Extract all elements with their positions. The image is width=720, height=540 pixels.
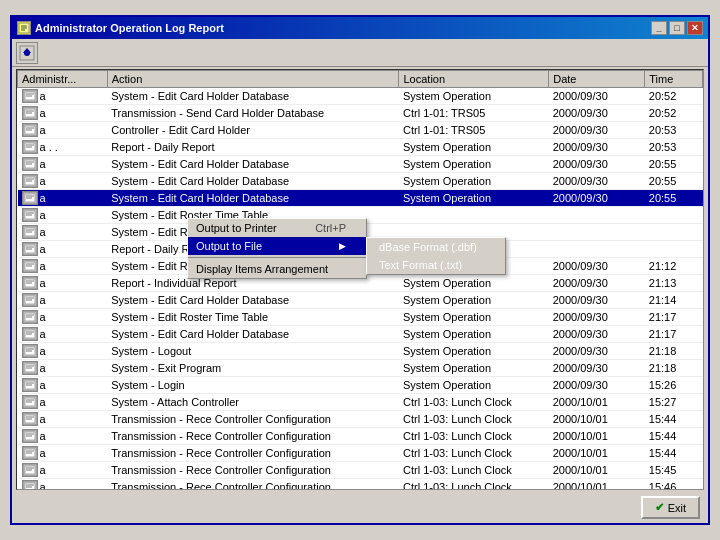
table-row[interactable]: aSystem - Edit Card Holder DatabaseSyste… xyxy=(18,292,703,309)
context-menu: Output to Printer Ctrl+P Output to File … xyxy=(187,218,367,279)
row-icon xyxy=(22,395,38,409)
table-row[interactable]: aSystem - Edit Card Holder DatabaseSyste… xyxy=(18,156,703,173)
context-menu-output-printer-label: Output to Printer xyxy=(196,222,277,234)
cell-time xyxy=(645,224,703,241)
cell-admin: a xyxy=(18,377,108,394)
table-row[interactable]: aTransmission - Send Card Holder Databas… xyxy=(18,105,703,122)
cell-admin: a xyxy=(18,292,108,309)
row-icon xyxy=(22,412,38,426)
cell-time: 21:18 xyxy=(645,343,703,360)
cell-date: 2000/10/01 xyxy=(549,394,645,411)
cell-date: 2000/09/30 xyxy=(549,377,645,394)
table-row[interactable]: aSystem - LoginSystem Operation2000/09/3… xyxy=(18,377,703,394)
cell-time: 21:14 xyxy=(645,292,703,309)
table-row[interactable]: aController - Edit Card HolderCtrl 1-01:… xyxy=(18,122,703,139)
exit-button[interactable]: ✔ Exit xyxy=(641,496,700,519)
row-icon xyxy=(22,344,38,358)
cell-date xyxy=(549,241,645,258)
cell-time: 20:55 xyxy=(645,190,703,207)
cell-admin: a xyxy=(18,360,108,377)
cell-action: System - Edit Card Holder Database xyxy=(107,173,399,190)
cell-admin: a xyxy=(18,156,108,173)
cell-date: 2000/09/30 xyxy=(549,309,645,326)
window-title: Administrator Operation Log Report xyxy=(35,22,224,34)
table-row[interactable]: aTransmission - Rece Controller Configur… xyxy=(18,479,703,491)
row-icon xyxy=(22,429,38,443)
cell-date: 2000/09/30 xyxy=(549,343,645,360)
cell-date: 2000/10/01 xyxy=(549,445,645,462)
title-buttons: _ □ ✕ xyxy=(651,21,703,35)
cell-action: Transmission - Send Card Holder Database xyxy=(107,105,399,122)
cell-admin: a xyxy=(18,258,108,275)
cell-admin: a xyxy=(18,241,108,258)
cell-location xyxy=(399,207,549,224)
cell-admin: a xyxy=(18,343,108,360)
cell-location: Ctrl 1-03: Lunch Clock xyxy=(399,445,549,462)
table-body: aSystem - Edit Card Holder DatabaseSyste… xyxy=(18,88,703,491)
cell-admin: a xyxy=(18,122,108,139)
cell-date: 2000/10/01 xyxy=(549,479,645,491)
table-row[interactable]: aSystem - Attach ControllerCtrl 1-03: Lu… xyxy=(18,394,703,411)
table-row[interactable]: aSystem - Exit ProgramSystem Operation20… xyxy=(18,360,703,377)
log-table: Administr... Action Location Date Time a… xyxy=(17,70,703,490)
cell-location: System Operation xyxy=(399,275,549,292)
cell-date: 2000/10/01 xyxy=(549,411,645,428)
table-row[interactable]: aTransmission - Rece Controller Configur… xyxy=(18,445,703,462)
cell-time: 21:17 xyxy=(645,326,703,343)
title-bar-left: Administrator Operation Log Report xyxy=(17,21,224,35)
cell-admin: a . . xyxy=(18,139,108,156)
cell-time: 15:44 xyxy=(645,445,703,462)
table-row[interactable]: aSystem - Edit Card Holder DatabaseSyste… xyxy=(18,88,703,105)
table-row[interactable]: aSystem - LogoutSystem Operation2000/09/… xyxy=(18,343,703,360)
cell-action: System - Edit Card Holder Database xyxy=(107,156,399,173)
row-icon xyxy=(22,259,38,273)
context-menu-separator xyxy=(188,257,366,258)
row-icon xyxy=(22,106,38,120)
table-row[interactable]: aSystem - Edit Card Holder DatabaseSyste… xyxy=(18,326,703,343)
cell-date: 2000/09/30 xyxy=(549,139,645,156)
cell-date: 2000/09/30 xyxy=(549,275,645,292)
table-row[interactable]: aTransmission - Rece Controller Configur… xyxy=(18,462,703,479)
table-row[interactable]: aSystem - Edit Card Holder DatabaseSyste… xyxy=(18,190,703,207)
maximize-button[interactable]: □ xyxy=(669,21,685,35)
cell-action: System - Edit Card Holder Database xyxy=(107,292,399,309)
cell-location: Ctrl 1-01: TRS05 xyxy=(399,122,549,139)
table-row[interactable]: aSystem - Edit Card Holder DatabaseSyste… xyxy=(18,173,703,190)
context-menu-display-arrangement[interactable]: Display Items Arrangement xyxy=(188,260,366,278)
cell-admin: a xyxy=(18,445,108,462)
cell-action: System - Edit Card Holder Database xyxy=(107,88,399,105)
cell-location: System Operation xyxy=(399,326,549,343)
cell-location: System Operation xyxy=(399,190,549,207)
close-button[interactable]: ✕ xyxy=(687,21,703,35)
submenu-txt[interactable]: Text Format (.txt) xyxy=(367,256,505,274)
table-row[interactable]: aTransmission - Rece Controller Configur… xyxy=(18,411,703,428)
window-icon xyxy=(17,21,31,35)
col-location: Location xyxy=(399,71,549,88)
submenu-dbf[interactable]: dBase Format (.dbf) xyxy=(367,238,505,256)
exit-label: Exit xyxy=(668,502,686,514)
table-row[interactable]: a . .Report - Daily ReportSystem Operati… xyxy=(18,139,703,156)
toolbar-nav-button[interactable] xyxy=(16,42,38,64)
row-icon xyxy=(22,293,38,307)
table-row[interactable]: aSystem - Edit Roster Time TableSystem O… xyxy=(18,309,703,326)
cell-action: Report - Daily Report xyxy=(107,139,399,156)
cell-location: System Operation xyxy=(399,309,549,326)
log-table-container: Administr... Action Location Date Time a… xyxy=(16,69,704,490)
context-menu-output-printer[interactable]: Output to Printer Ctrl+P xyxy=(188,219,366,237)
context-menu-output-file[interactable]: Output to File ▶ dBase Format (.dbf) Tex… xyxy=(188,237,366,255)
cell-action: Transmission - Rece Controller Configura… xyxy=(107,411,399,428)
minimize-button[interactable]: _ xyxy=(651,21,667,35)
col-time: Time xyxy=(645,71,703,88)
cell-location: System Operation xyxy=(399,292,549,309)
check-icon: ✔ xyxy=(655,501,664,514)
cell-admin: a xyxy=(18,479,108,491)
cell-date xyxy=(549,224,645,241)
cell-date: 2000/09/30 xyxy=(549,360,645,377)
table-row[interactable]: aTransmission - Rece Controller Configur… xyxy=(18,428,703,445)
file-submenu: dBase Format (.dbf) Text Format (.txt) xyxy=(366,237,506,275)
cell-time: 15:27 xyxy=(645,394,703,411)
cell-date: 2000/09/30 xyxy=(549,122,645,139)
cell-action: System - Login xyxy=(107,377,399,394)
title-bar: Administrator Operation Log Report _ □ ✕ xyxy=(12,17,708,39)
row-icon xyxy=(22,225,38,239)
